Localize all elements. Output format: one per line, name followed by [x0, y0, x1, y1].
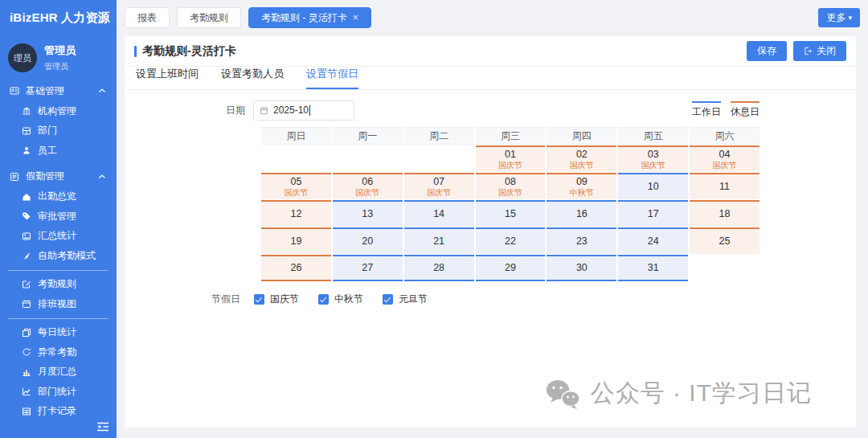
brush-icon	[22, 251, 31, 260]
calendar-day-cell[interactable]: 05国庆节	[261, 173, 331, 199]
sidebar-item-monthly[interactable]: 月度汇总	[0, 362, 117, 383]
legend-restday: 休息日	[731, 101, 760, 119]
weekday-header: 周六	[690, 127, 760, 145]
calendar-day-cell[interactable]: 20	[333, 227, 403, 254]
more-button[interactable]: 更多 ▾	[818, 8, 860, 27]
sidebar-item-self-mode[interactable]: 自助考勤模式	[0, 246, 117, 266]
copy-icon	[22, 328, 31, 338]
date-label: 日期	[125, 104, 253, 117]
sidebar-section-base[interactable]: 基础管理	[0, 80, 117, 101]
calendar-day-cell[interactable]: 29	[476, 255, 546, 281]
calendar-day-cell[interactable]: 11	[690, 173, 760, 199]
checkbox-checked-icon[interactable]	[318, 294, 329, 305]
user-profile: 理员 管理员 管理员	[8, 43, 108, 72]
weekday-header: 周三	[476, 127, 546, 145]
panel-header: 考勤规则-灵活打卡 保存 关闭	[125, 36, 856, 67]
sidebar-item-department[interactable]: 部门	[0, 121, 117, 141]
holiday-calendar: 周日 周一 周二 周三 周四 周五 周六 01国庆节 02国庆节 03国庆节 0…	[261, 127, 760, 281]
close-icon[interactable]: ×	[353, 12, 358, 23]
tag-icon	[22, 211, 31, 221]
sidebar-item-overview[interactable]: 出勤总览	[0, 187, 117, 207]
tab-holidays[interactable]: 设置节假日	[306, 67, 358, 89]
calendar-day-cell[interactable]: 08国庆节	[476, 173, 546, 199]
tab-attendance-staff[interactable]: 设置考勤人员	[221, 67, 284, 89]
calendar-day-cell[interactable]: 25	[690, 227, 760, 254]
chevron-up-icon	[97, 86, 107, 96]
weekday-header: 周二	[404, 127, 474, 145]
close-button[interactable]: 关闭	[793, 41, 846, 61]
calendar-day-cell[interactable]: 26	[261, 255, 331, 281]
sidebar-item-attendance-rules[interactable]: 考勤规则	[0, 275, 117, 295]
user-icon	[22, 145, 31, 155]
calendar-day-cell[interactable]: 27	[333, 255, 403, 281]
window-tab-attendance-rules[interactable]: 考勤规则	[177, 7, 241, 28]
calendar-day-cell[interactable]: 01国庆节	[476, 145, 546, 172]
calendar-day-cell[interactable]: 22	[476, 227, 546, 254]
watermark: 公众号 · IT学习日记	[543, 377, 812, 410]
sidebar-menu: 基础管理 机构管理 部门 员工 假勤管理 出勤总览 审批管理	[0, 80, 117, 421]
calendar-day-cell[interactable]: 09中秋节	[547, 173, 616, 199]
calendar-day-cell[interactable]: 12	[261, 200, 331, 227]
sidebar-item-schedule-view[interactable]: 排班视图	[0, 294, 117, 314]
calendar-day-cell[interactable]: 03国庆节	[618, 145, 688, 172]
calendar-day-cell[interactable]: 31	[618, 255, 688, 281]
calendar-day-cell[interactable]: 10	[618, 173, 688, 199]
calendar-day-cell[interactable]: 02国庆节	[547, 145, 616, 172]
id-card-icon	[10, 86, 19, 96]
calendar-day-cell[interactable]: 13	[333, 200, 403, 227]
calendar-day-cell[interactable]: 18	[690, 200, 760, 227]
calendar-day-cell[interactable]: 14	[404, 200, 474, 227]
calendar-day-cell[interactable]: 19	[261, 227, 331, 254]
bank-icon	[22, 106, 31, 116]
date-input[interactable]: 2025-10	[253, 100, 354, 121]
user-name: 管理员	[44, 43, 76, 58]
page-tabs: 设置上班时间 设置考勤人员 设置节假日	[125, 67, 856, 90]
checkbox-new-year[interactable]: 元旦节	[383, 293, 428, 306]
calendar-empty-cell	[333, 145, 403, 172]
sidebar-item-employee[interactable]: 员工	[0, 141, 117, 161]
calendar-day-cell[interactable]: 04国庆节	[690, 145, 760, 172]
text-caret	[309, 105, 310, 116]
holiday-label: 节假日	[211, 293, 240, 306]
sidebar-item-abnormal[interactable]: 异常考勤	[0, 342, 117, 362]
window-tab-bar: 报表 考勤规则 考勤规则 - 灵活打卡 × 更多 ▾	[117, 0, 868, 35]
wechat-icon	[543, 378, 582, 410]
checkbox-checked-icon[interactable]	[383, 294, 393, 305]
chevron-down-icon: ▾	[848, 14, 852, 22]
calendar-day-cell[interactable]: 28	[404, 255, 474, 281]
sidebar-item-dept-stats[interactable]: 部门统计	[0, 382, 117, 402]
sidebar-item-summary[interactable]: 汇总统计	[0, 227, 117, 247]
line-chart-icon	[22, 387, 31, 396]
sidebar-collapse-icon[interactable]	[96, 421, 109, 432]
save-button[interactable]: 保存	[747, 41, 787, 61]
checkbox-mid-autumn[interactable]: 中秋节	[318, 293, 363, 306]
calendar-day-cell[interactable]: 15	[476, 200, 546, 227]
sidebar-item-approval[interactable]: 审批管理	[0, 207, 117, 227]
calendar-day-cell[interactable]: 06国庆节	[333, 173, 403, 199]
window-tab-report[interactable]: 报表	[125, 7, 170, 28]
home-icon	[22, 192, 31, 202]
sidebar: iBizEHR 人力资源 理员 管理员 管理员 基础管理 机构管理 部门 员工 …	[0, 0, 117, 438]
checkbox-checked-icon[interactable]	[254, 294, 264, 305]
sidebar-item-punch-records[interactable]: 打卡记录	[0, 402, 117, 422]
calendar-legend: 工作日 休息日	[692, 101, 760, 119]
calendar-day-cell[interactable]: 24	[618, 227, 688, 254]
avatar: 理员	[8, 43, 37, 72]
calendar-day-cell[interactable]: 21	[404, 227, 474, 254]
calendar-day-cell[interactable]: 23	[547, 227, 616, 254]
sidebar-item-daily-stats[interactable]: 每日统计	[0, 323, 117, 343]
weekday-header: 周日	[261, 127, 331, 145]
calendar-day-cell[interactable]: 16	[547, 200, 616, 227]
tab-work-time[interactable]: 设置上班时间	[136, 67, 199, 89]
calendar-day-cell[interactable]: 17	[618, 200, 688, 227]
calendar-empty-cell	[261, 145, 331, 172]
calendar-day-cell[interactable]: 30	[547, 255, 616, 281]
checkbox-national-day[interactable]: 国庆节	[254, 293, 299, 306]
window-tab-flexible-punch[interactable]: 考勤规则 - 灵活打卡 ×	[248, 7, 371, 28]
sidebar-section-attendance[interactable]: 假勤管理	[0, 166, 117, 187]
user-role: 管理员	[44, 61, 76, 72]
exit-icon	[804, 47, 813, 55]
calendar-day-cell[interactable]: 07国庆节	[404, 173, 474, 199]
app-logo: iBizEHR 人力资源	[0, 0, 117, 26]
sidebar-item-org[interactable]: 机构管理	[0, 101, 117, 121]
